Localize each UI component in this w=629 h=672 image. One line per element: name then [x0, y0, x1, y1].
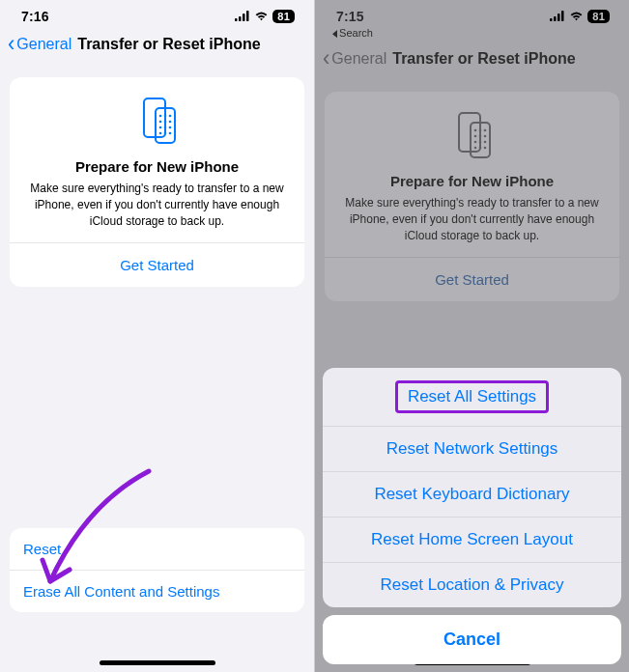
reset-all-settings-option[interactable]: Reset All Settings — [323, 368, 621, 426]
annotation-highlight: Reset All Settings — [395, 380, 549, 413]
svg-point-12 — [158, 126, 161, 129]
svg-rect-1 — [239, 16, 242, 21]
back-label: General — [16, 36, 71, 53]
reset-home-screen-layout-option[interactable]: Reset Home Screen Layout — [323, 517, 621, 562]
svg-point-10 — [163, 121, 166, 124]
wifi-icon — [254, 9, 269, 24]
back-button[interactable]: ‹ General — [8, 33, 71, 56]
erase-row[interactable]: Erase All Content and Settings — [10, 570, 304, 612]
devices-icon — [23, 93, 291, 147]
cancel-button[interactable]: Cancel — [323, 615, 621, 664]
prepare-card: Prepare for New iPhone Make sure everyth… — [10, 77, 304, 287]
svg-point-7 — [163, 115, 166, 118]
action-sheet: Reset All Settings Reset Network Setting… — [323, 368, 621, 664]
get-started-button[interactable]: Get Started — [10, 242, 304, 287]
svg-point-9 — [158, 121, 161, 124]
cellular-signal-icon — [235, 9, 250, 24]
svg-point-8 — [168, 115, 171, 118]
battery-level-icon: 81 — [272, 10, 295, 23]
reset-row[interactable]: Reset — [10, 528, 304, 570]
svg-point-16 — [163, 132, 166, 135]
reset-network-settings-option[interactable]: Reset Network Settings — [323, 426, 621, 471]
home-indicator[interactable] — [100, 660, 215, 665]
screen-transfer-reset: 7:16 81 ‹ General Transfer or Reset iPho… — [0, 0, 314, 672]
page-title: Transfer or Reset iPhone — [77, 36, 260, 53]
prepare-title: Prepare for New iPhone — [23, 158, 291, 175]
status-time: 7:16 — [21, 9, 49, 24]
nav-bar: ‹ General Transfer or Reset iPhone — [0, 27, 314, 64]
status-indicators: 81 — [235, 9, 295, 24]
svg-point-14 — [168, 126, 171, 129]
svg-point-11 — [168, 121, 171, 124]
svg-rect-2 — [243, 14, 245, 21]
screen-reset-action-sheet: 7:15 81 ◀ Search ‹ General Transfer or R… — [315, 0, 629, 672]
svg-point-13 — [163, 126, 166, 129]
svg-rect-3 — [246, 11, 249, 21]
reset-list: Reset Erase All Content and Settings — [10, 528, 304, 612]
reset-location-privacy-option[interactable]: Reset Location & Privacy — [323, 562, 621, 607]
status-bar: 7:16 81 — [0, 0, 314, 27]
chevron-left-icon: ‹ — [8, 30, 14, 58]
svg-rect-0 — [235, 18, 238, 21]
svg-point-17 — [168, 132, 171, 135]
reset-keyboard-dictionary-option[interactable]: Reset Keyboard Dictionary — [323, 471, 621, 517]
svg-point-6 — [158, 115, 161, 118]
prepare-description: Make sure everything's ready to transfer… — [23, 181, 291, 229]
svg-point-15 — [158, 132, 161, 135]
